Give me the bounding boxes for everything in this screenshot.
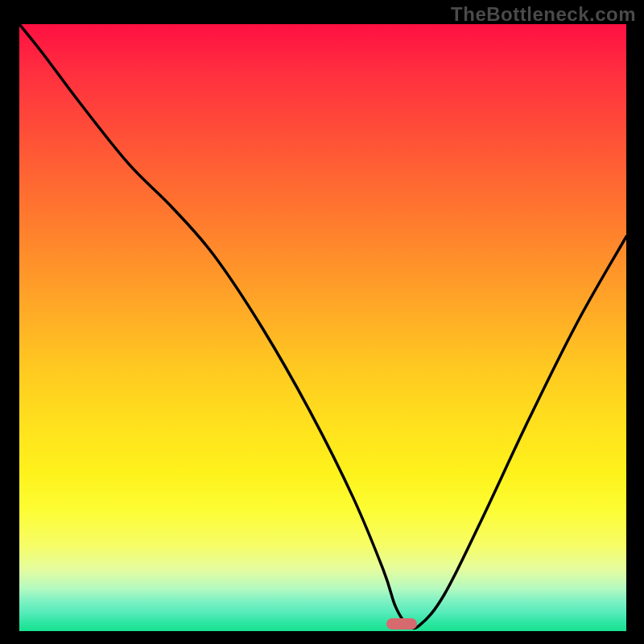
optimal-marker (386, 618, 417, 630)
watermark-text: TheBottleneck.com (451, 3, 636, 26)
bottleneck-curve (19, 24, 626, 631)
plot-area (19, 24, 626, 631)
chart-frame: TheBottleneck.com (0, 0, 644, 644)
